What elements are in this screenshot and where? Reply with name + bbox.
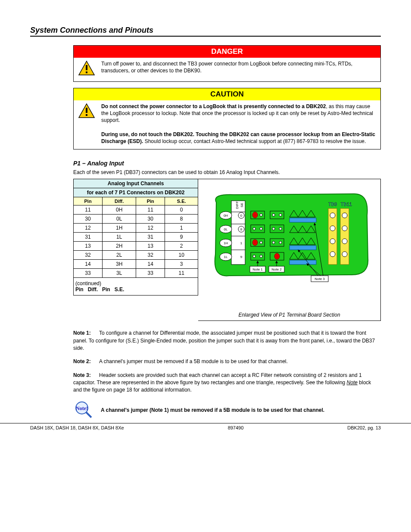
caution-text: Do not connect the power connector to a … <box>101 103 376 145</box>
p1-col-diff: Diff. <box>103 197 136 205</box>
svg-text:0L: 0L <box>224 227 227 231</box>
p1-subtitle: P1 – Analog Input <box>73 160 381 167</box>
svg-text:Note!: Note! <box>76 405 88 411</box>
p1-continued: (continued) Pin Diff. Pin S.E. <box>74 278 198 296</box>
svg-point-69 <box>330 226 335 231</box>
svg-point-44 <box>279 227 282 230</box>
section-title: System Connections and Pinouts <box>30 26 381 35</box>
svg-text:TB11: TB11 <box>340 202 352 207</box>
p1-table-header1: Analog Input Channels <box>74 179 198 188</box>
svg-point-70 <box>342 226 347 231</box>
svg-point-29 <box>260 214 262 216</box>
svg-point-72 <box>342 239 347 244</box>
p1-col-pin2: Pin <box>136 197 165 205</box>
p1-col-pin: Pin <box>74 197 103 205</box>
svg-text:1: 1 <box>240 241 242 245</box>
table-row: 132H132 <box>74 242 198 251</box>
svg-text:1L: 1L <box>224 255 227 259</box>
svg-point-68 <box>342 213 347 218</box>
table-row: 110H110 <box>74 205 198 215</box>
p1-table: Analog Input Channels for each of 7 P1 C… <box>73 179 198 296</box>
svg-text:0: 0 <box>240 214 242 218</box>
svg-text:9: 9 <box>240 255 242 259</box>
table-row: 121H121 <box>74 224 198 233</box>
svg-rect-6 <box>231 201 245 264</box>
svg-point-40 <box>272 214 275 216</box>
svg-text:Note 1: Note 1 <box>252 268 263 271</box>
svg-point-34 <box>252 240 258 246</box>
svg-line-89 <box>86 412 91 417</box>
table-row: 333L3311 <box>74 269 198 278</box>
board-diagram-svg: DIFF SE 0H 0L 1H 1L 0 8 1 9 <box>208 190 371 289</box>
svg-text:0H: 0H <box>223 214 227 218</box>
footer-center: 897490 <box>228 425 244 430</box>
table-row: 300L308 <box>74 215 198 224</box>
svg-point-67 <box>330 213 335 218</box>
svg-point-73 <box>330 252 335 257</box>
svg-rect-64 <box>290 260 316 264</box>
svg-point-71 <box>330 239 335 244</box>
svg-point-49 <box>274 253 280 259</box>
svg-point-28 <box>252 212 258 218</box>
svg-point-43 <box>272 227 275 230</box>
table-row: 143H143 <box>74 260 198 269</box>
caution-header: CAUTION <box>74 88 380 100</box>
page-footer: DASH 18X, DASH 18, DASH 8X, DASH 8Xe 897… <box>0 423 411 430</box>
title-rule <box>30 36 381 37</box>
svg-text:Note 2: Note 2 <box>271 268 282 271</box>
danger-header: DANGER <box>74 46 380 58</box>
svg-rect-60 <box>290 246 316 250</box>
figure-caption: Enlarged View of P1 Terminal Board Secti… <box>198 312 380 318</box>
svg-point-46 <box>272 241 275 244</box>
svg-rect-1 <box>86 65 87 70</box>
svg-rect-5 <box>86 114 87 116</box>
svg-point-47 <box>279 241 282 244</box>
svg-point-37 <box>253 255 255 258</box>
footer-left: DASH 18X, DASH 18, DASH 8X, DASH 8Xe <box>30 425 124 430</box>
svg-text:DIFF: DIFF <box>235 201 239 209</box>
warning-triangle-icon <box>78 103 97 120</box>
svg-rect-2 <box>86 72 87 73</box>
svg-text:Note 3: Note 3 <box>314 277 325 281</box>
table-row: 311L319 <box>74 233 198 242</box>
danger-text: Turn off power to, and disconnect the TB… <box>101 60 376 74</box>
caution-callout: CAUTION Do not connect the power connect… <box>73 88 381 149</box>
svg-point-41 <box>279 214 282 216</box>
note-block: Note! A channel's jumper (Note 1) must b… <box>73 400 381 420</box>
svg-point-74 <box>342 252 347 257</box>
svg-rect-53 <box>290 218 316 222</box>
svg-point-38 <box>260 255 262 258</box>
p1-figure: DIFF SE 0H 0L 1H 1L 0 8 1 9 <box>198 179 381 321</box>
notes-block: Note 1:To configure a channel for Differ… <box>73 330 381 394</box>
danger-callout: DANGER Turn off power to, and disconnect… <box>73 45 381 82</box>
note-magnify-icon: Note! <box>73 400 95 420</box>
p1-intro: Each of the seven P1 (DB37) connectors c… <box>73 169 381 175</box>
svg-text:SE: SE <box>240 203 244 208</box>
svg-text:TB9: TB9 <box>328 202 336 207</box>
table-row: 322L3210 <box>74 251 198 260</box>
svg-text:8: 8 <box>240 227 242 231</box>
note-text: A channel's jumper (Note 1) must be remo… <box>101 407 324 413</box>
svg-text:1H: 1H <box>223 241 227 245</box>
svg-point-32 <box>260 227 262 230</box>
p1-table-header2: for each of 7 P1 Connectors on DBK202 <box>74 188 198 197</box>
svg-rect-4 <box>86 108 87 113</box>
p1-col-se: S.E. <box>165 197 198 205</box>
footer-right: DBK202, pg. 13 <box>347 425 381 430</box>
svg-point-35 <box>260 241 262 244</box>
warning-triangle-icon <box>78 60 97 77</box>
svg-point-31 <box>253 227 255 230</box>
